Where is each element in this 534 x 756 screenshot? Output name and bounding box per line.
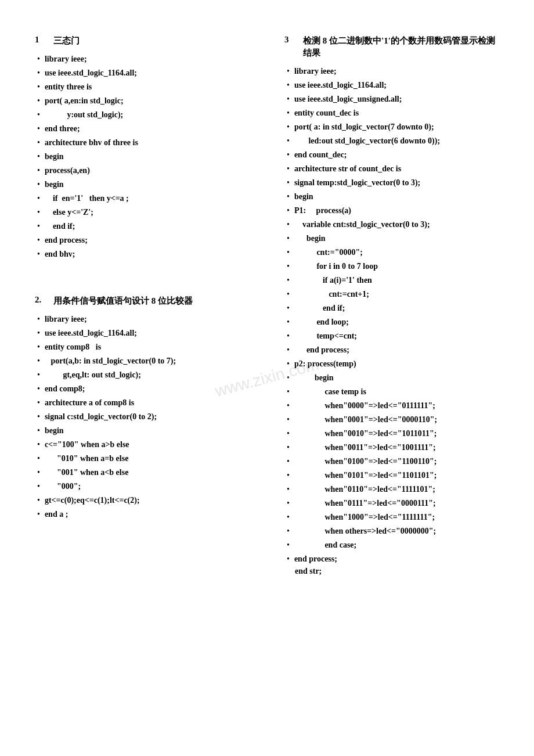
list-item: when"0101"=>led<="1101101"; bbox=[284, 469, 499, 481]
list-item: signal temp:std_logic_vector(0 to 3); bbox=[284, 177, 499, 189]
list-item: when"0111"=>led<="0000111"; bbox=[284, 497, 499, 509]
list-item: variable cnt:std_logic_vector(0 to 3); bbox=[284, 218, 499, 231]
list-item: end if; bbox=[284, 302, 499, 314]
list-item: end comp8; bbox=[35, 383, 250, 395]
list-item: end a ; bbox=[35, 508, 250, 520]
list-item: process(a,en) bbox=[35, 164, 250, 177]
list-item: port(a,b: in std_logic_vector(0 to 7); bbox=[35, 355, 250, 367]
list-item: "000"; bbox=[35, 480, 250, 492]
list-item: when"0100"=>led<="1100110"; bbox=[284, 455, 499, 467]
list-item: y:out std_logic); bbox=[35, 109, 250, 121]
list-item: use ieee.std_logic_1164.all; bbox=[35, 67, 250, 79]
list-item: begin bbox=[284, 372, 499, 384]
right-column: 3 检测 8 位二进制数中'1'的个数并用数码管显示检测结果 library i… bbox=[279, 35, 499, 593]
section-3-title: 3 检测 8 位二进制数中'1'的个数并用数码管显示检测结果 bbox=[284, 35, 499, 59]
section-3-title-text: 检测 8 位二进制数中'1'的个数并用数码管显示检测结果 bbox=[303, 35, 499, 59]
section-2: 2. 用条件信号赋值语句设计 8 位比较器 library ieee; use … bbox=[35, 295, 250, 520]
list-item: end if; bbox=[35, 220, 250, 232]
list-item: when"1000"=>led<="1111111"; bbox=[284, 511, 499, 523]
list-item: entity count_dec is bbox=[284, 107, 499, 119]
end-str: end str; bbox=[284, 567, 499, 576]
list-item: if a(i)='1' then bbox=[284, 274, 499, 286]
section-3-number: 3 bbox=[284, 35, 296, 45]
list-item: end bhv; bbox=[35, 248, 250, 260]
list-item: P1: process(a) bbox=[284, 204, 499, 217]
list-item: when"0011"=>led<="1001111"; bbox=[284, 441, 499, 453]
list-item: if en='1' then y<=a ; bbox=[35, 192, 250, 204]
list-item: cnt:=cnt+1; bbox=[284, 288, 499, 300]
list-item: temp<=cnt; bbox=[284, 330, 499, 342]
list-item: begin bbox=[284, 232, 499, 244]
list-item: c<="100" when a>b else bbox=[35, 438, 250, 451]
section-3: 3 检测 8 位二进制数中'1'的个数并用数码管显示检测结果 library i… bbox=[284, 35, 499, 576]
list-item: use ieee.std_logic_1164.all; bbox=[284, 79, 499, 91]
list-item: cnt:="0000"; bbox=[284, 246, 499, 258]
list-item: signal c:std_logic_vector(0 to 2); bbox=[35, 411, 250, 423]
section-2-title: 2. 用条件信号赋值语句设计 8 位比较器 bbox=[35, 295, 250, 307]
list-item: when"0110"=>led<="1111101"; bbox=[284, 483, 499, 495]
section-1: 1 三态门 library ieee; use ieee.std_logic_1… bbox=[35, 35, 250, 260]
list-item: begin bbox=[284, 190, 499, 203]
list-item: end case; bbox=[284, 539, 499, 551]
list-item: use ieee.std_logic_unsigned.all; bbox=[284, 93, 499, 105]
left-column: 1 三态门 library ieee; use ieee.std_logic_1… bbox=[35, 35, 255, 593]
list-item: entity comp8 is bbox=[35, 341, 250, 353]
list-item: end three; bbox=[35, 123, 250, 135]
list-item: library ieee; bbox=[284, 65, 499, 77]
list-item: when"0000"=>led<="0111111"; bbox=[284, 399, 499, 412]
section-1-title: 1 三态门 bbox=[35, 35, 250, 47]
section-3-list: library ieee; use ieee.std_logic_1164.al… bbox=[284, 65, 499, 565]
section-1-list: library ieee; use ieee.std_logic_1164.al… bbox=[35, 53, 250, 260]
list-item: entity three is bbox=[35, 81, 250, 93]
list-item: gt<=c(0);eq<=c(1);lt<=c(2); bbox=[35, 494, 250, 506]
list-item: begin bbox=[35, 178, 250, 190]
list-item: architecture bhv of three is bbox=[35, 136, 250, 149]
list-item: "010" when a=b else bbox=[35, 452, 250, 465]
list-item: end process; bbox=[35, 234, 250, 246]
section-1-number: 1 bbox=[35, 35, 46, 45]
list-item: gt,eq,lt: out std_logic); bbox=[35, 369, 250, 381]
list-item: use ieee.std_logic_1164.all; bbox=[35, 327, 250, 339]
section-1-title-text: 三态门 bbox=[53, 35, 80, 47]
list-item: port( a,en:in std_logic; bbox=[35, 95, 250, 107]
list-item: end process; bbox=[284, 553, 499, 565]
list-item: led:out std_logic_vector(6 downto 0)); bbox=[284, 135, 499, 147]
list-item: library ieee; bbox=[35, 313, 250, 325]
list-item: p2: process(temp) bbox=[284, 358, 499, 370]
section-2-title-text: 用条件信号赋值语句设计 8 位比较器 bbox=[53, 295, 193, 307]
section-2-list: library ieee; use ieee.std_logic_1164.al… bbox=[35, 313, 250, 520]
list-item: begin bbox=[35, 150, 250, 163]
list-item: end count_dec; bbox=[284, 149, 499, 161]
list-item: port( a: in std_logic_vector(7 downto 0)… bbox=[284, 121, 499, 133]
list-item: when"0010"=>led<="1011011"; bbox=[284, 427, 499, 440]
list-item: architecture a of comp8 is bbox=[35, 397, 250, 409]
list-item: when"0001"=>led<="0000110"; bbox=[284, 413, 499, 426]
list-item: when others=>led<="0000000"; bbox=[284, 525, 499, 537]
list-item: for i in 0 to 7 loop bbox=[284, 260, 499, 272]
list-item: begin bbox=[35, 424, 250, 437]
list-item: end process; bbox=[284, 344, 499, 356]
list-item: end loop; bbox=[284, 316, 499, 328]
list-item: library ieee; bbox=[35, 53, 250, 65]
list-item: else y<='Z'; bbox=[35, 206, 250, 218]
list-item: case temp is bbox=[284, 386, 499, 398]
list-item: architecture str of count_dec is bbox=[284, 163, 499, 175]
list-item: "001" when a<b else bbox=[35, 466, 250, 478]
section-2-number: 2. bbox=[35, 295, 46, 305]
